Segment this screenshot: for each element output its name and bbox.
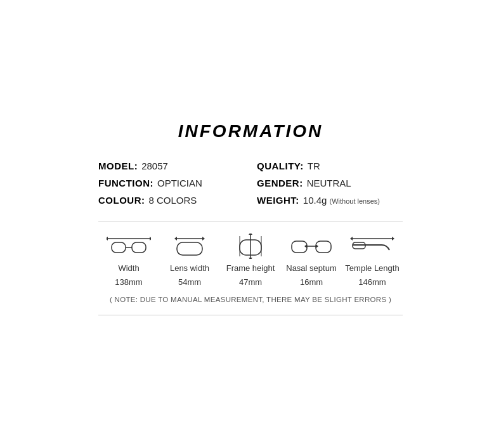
width-label: Width: [118, 263, 139, 274]
divider-bottom: [98, 315, 403, 315]
svg-rect-9: [177, 242, 202, 255]
svg-rect-4: [132, 242, 146, 253]
model-label: MODEL:: [98, 161, 138, 171]
nasal-septum-label: Nasal septum: [286, 263, 336, 274]
svg-marker-7: [174, 237, 177, 240]
model-value: 28057: [141, 161, 168, 171]
specs-grid: MODEL: 28057 QUALITY: TR FUNCTION: OPTIC…: [98, 161, 403, 206]
svg-marker-23: [392, 237, 394, 240]
gender-value: NEUTRAL: [307, 178, 351, 188]
frame-height-label: Frame height: [226, 263, 275, 274]
weight-label: WEIGHT:: [257, 195, 299, 206]
quality-row: QUALITY: TR: [257, 161, 403, 171]
weight-row: WEIGHT: 10.4g (Without lenses): [257, 195, 403, 206]
svg-rect-3: [112, 242, 126, 253]
colour-value: 8 COLORS: [149, 195, 197, 206]
nasal-septum-icon: [289, 233, 334, 260]
svg-marker-11: [249, 234, 252, 235]
temple-length-icon: [350, 233, 394, 260]
measure-temple-length: Temple Length 146mm: [342, 233, 403, 287]
measurement-note: ( NOTE: DUE TO MANUAL MEASUREMENT, THERE…: [98, 296, 403, 303]
lens-width-icon: [167, 233, 212, 260]
frame-height-icon: [228, 233, 273, 260]
measure-frame-height: Frame height 47mm: [220, 233, 281, 287]
gender-row: GENDER: NEUTRAL: [257, 178, 403, 188]
temple-length-label: Temple Length: [345, 263, 399, 274]
page-title: INFORMATION: [98, 121, 403, 142]
svg-marker-12: [249, 258, 252, 259]
measure-lens-width: Lens width 54mm: [159, 233, 220, 287]
colour-row: COLOUR: 8 COLORS: [98, 195, 244, 206]
measurements-row: Width 138mm Lens width 54mm: [98, 233, 403, 287]
divider-top: [98, 221, 403, 221]
nasal-septum-value: 16mm: [300, 277, 323, 287]
measure-nasal-septum: Nasal septum 16mm: [281, 233, 342, 287]
model-row: MODEL: 28057: [98, 161, 244, 171]
width-value: 138mm: [115, 277, 142, 287]
function-label: FUNCTION:: [98, 178, 153, 188]
function-row: FUNCTION: OPTICIAN: [98, 178, 244, 188]
width-icon: [107, 233, 151, 260]
temple-length-value: 146mm: [358, 277, 386, 287]
measure-width: Width 138mm: [98, 233, 159, 287]
svg-marker-20: [316, 244, 318, 248]
gender-label: GENDER:: [257, 178, 303, 188]
frame-height-value: 47mm: [239, 277, 262, 287]
info-card: INFORMATION MODEL: 28057 QUALITY: TR FUN…: [73, 102, 428, 346]
svg-rect-17: [316, 241, 331, 253]
svg-marker-19: [304, 244, 307, 248]
svg-marker-1: [107, 237, 108, 240]
quality-label: QUALITY:: [257, 161, 304, 171]
lens-width-label: Lens width: [170, 263, 209, 274]
colour-label: COLOUR:: [98, 195, 145, 206]
function-value: OPTICIAN: [157, 178, 202, 188]
svg-rect-16: [292, 241, 307, 253]
svg-marker-8: [202, 237, 205, 240]
svg-marker-22: [350, 237, 353, 240]
quality-value: TR: [308, 161, 320, 171]
weight-value: 10.4g (Without lenses): [303, 195, 380, 206]
svg-marker-2: [150, 237, 151, 240]
lens-width-value: 54mm: [178, 277, 201, 287]
